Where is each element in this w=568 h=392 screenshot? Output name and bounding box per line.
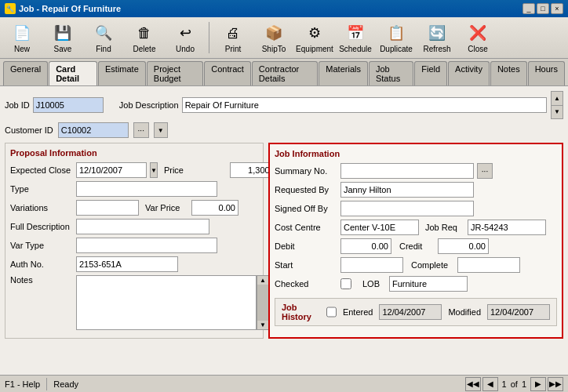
start-input[interactable] xyxy=(340,257,403,273)
customer-lookup-button[interactable]: ··· xyxy=(133,122,149,138)
desc-scroll-down[interactable]: ▼ xyxy=(552,106,563,119)
entered-checkbox[interactable] xyxy=(326,307,337,318)
auth-no-label: Auth No. xyxy=(10,260,73,269)
save-button[interactable]: 💾 Save xyxy=(44,20,82,56)
equipment-button[interactable]: ⚙ Equipment xyxy=(296,20,333,56)
type-input[interactable] xyxy=(76,181,217,197)
shipto-icon: 📦 xyxy=(263,22,285,44)
notes-scroll-up[interactable]: ▲ xyxy=(257,276,268,285)
status-bar: F1 - Help Ready ◀◀ ◀ 1 of 1 ▶ ▶▶ xyxy=(0,375,568,392)
signed-off-by-input[interactable] xyxy=(340,201,474,216)
duplicate-icon: 📋 xyxy=(385,22,407,44)
nav-next-button[interactable]: ▶ xyxy=(530,377,546,391)
refresh-icon: 🔄 xyxy=(426,22,448,44)
close-window-button[interactable]: × xyxy=(551,3,563,14)
nav-prev-button[interactable]: ◀ xyxy=(482,377,498,391)
expected-close-input[interactable] xyxy=(76,162,147,178)
var-price-label: Var Price xyxy=(145,203,188,212)
full-description-input[interactable] xyxy=(76,219,209,234)
close-icon: ❌ xyxy=(467,22,489,44)
tab-job-status[interactable]: Job Status xyxy=(369,61,413,85)
new-label: New xyxy=(14,45,30,53)
cost-centre-input[interactable] xyxy=(340,220,419,235)
close-button[interactable]: ❌ Close xyxy=(459,20,497,56)
notes-label: Notes xyxy=(10,275,73,285)
var-price-input[interactable] xyxy=(191,200,238,216)
panels: Proposal Information Expected Close ▼ Pr… xyxy=(5,143,563,339)
tab-project-budget[interactable]: Project Budget xyxy=(147,61,203,85)
page-number: 1 xyxy=(502,379,507,389)
find-label: Find xyxy=(96,45,111,53)
shipto-button[interactable]: 📦 ShipTo xyxy=(255,20,293,56)
modified-label: Modified xyxy=(448,307,481,317)
tab-estimate[interactable]: Estimate xyxy=(98,61,146,85)
entered-label: Entered xyxy=(343,307,373,317)
job-info-title: Job Information xyxy=(275,149,557,158)
page-total: 1 xyxy=(522,379,526,389)
refresh-label: Refresh xyxy=(423,45,450,53)
proposal-title: Proposal Information xyxy=(10,148,258,158)
variations-input[interactable] xyxy=(76,200,139,216)
tab-contractor-details[interactable]: Contractor Details xyxy=(252,61,318,85)
nav-first-button[interactable]: ◀◀ xyxy=(465,377,481,391)
undo-icon: ↩ xyxy=(174,22,196,44)
checked-checkbox[interactable] xyxy=(340,278,351,289)
job-req-input[interactable] xyxy=(468,220,546,235)
job-id-input[interactable] xyxy=(33,97,104,113)
customer-id-label: Customer ID xyxy=(5,125,53,135)
checked-label: Checked xyxy=(275,279,337,289)
delete-button[interactable]: 🗑 Delete xyxy=(126,20,163,56)
tab-contract[interactable]: Contract xyxy=(204,61,251,85)
tab-notes[interactable]: Notes xyxy=(490,61,527,85)
equipment-label: Equipment xyxy=(296,45,333,53)
job-history-section: Job History Entered Modified xyxy=(275,298,557,326)
summary-lookup-button[interactable]: ··· xyxy=(477,163,493,179)
variations-row: Variations Var Price xyxy=(10,200,258,216)
tab-activity[interactable]: Activity xyxy=(448,61,490,85)
duplicate-button[interactable]: 📋 Duplicate xyxy=(377,20,415,56)
summary-no-input[interactable] xyxy=(340,163,474,179)
tab-general[interactable]: General xyxy=(3,61,48,85)
notes-scroll-down[interactable]: ▼ xyxy=(257,321,268,329)
close-label: Close xyxy=(468,45,488,53)
nav-last-button[interactable]: ▶▶ xyxy=(548,377,563,391)
find-button[interactable]: 🔍 Find xyxy=(85,20,122,56)
var-type-input[interactable] xyxy=(76,238,217,253)
debit-row: Debit Credit xyxy=(275,238,557,254)
delete-label: Delete xyxy=(133,45,156,53)
tab-card-detail[interactable]: Card Detail xyxy=(49,61,97,85)
complete-input[interactable] xyxy=(457,257,520,273)
lob-input[interactable] xyxy=(389,276,468,292)
print-button[interactable]: 🖨 Print xyxy=(214,20,252,56)
job-id-group: Job ID xyxy=(5,97,104,113)
notes-textarea[interactable] xyxy=(76,275,257,330)
full-description-label: Full Description xyxy=(10,222,73,231)
auth-no-input[interactable] xyxy=(76,256,178,272)
expected-close-dropdown[interactable]: ▼ xyxy=(150,162,158,178)
job-description-group: Job Description ▲ ▼ xyxy=(111,91,563,119)
checked-row: Checked LOB xyxy=(275,276,557,292)
price-label: Price xyxy=(164,165,227,175)
minimize-button[interactable]: _ xyxy=(522,3,535,14)
debit-input[interactable] xyxy=(340,238,391,254)
schedule-button[interactable]: 📅 Schedule xyxy=(337,20,374,56)
maximize-button[interactable]: □ xyxy=(537,3,549,14)
tab-field[interactable]: Field xyxy=(414,61,447,85)
job-description-input[interactable] xyxy=(182,97,547,113)
tab-hours[interactable]: Hours xyxy=(528,61,565,85)
app-icon: 🔧 xyxy=(5,3,16,14)
tab-materials[interactable]: Materials xyxy=(319,61,368,85)
credit-input[interactable] xyxy=(438,238,489,254)
customer-id-input[interactable] xyxy=(58,122,129,138)
complete-label: Complete xyxy=(411,260,454,270)
customer-dropdown-button[interactable]: ▼ xyxy=(154,122,168,138)
requested-by-input[interactable] xyxy=(340,182,474,198)
save-icon: 💾 xyxy=(52,22,74,44)
refresh-button[interactable]: 🔄 Refresh xyxy=(418,20,456,56)
delete-icon: 🗑 xyxy=(133,22,155,44)
job-description-label: Job Description xyxy=(119,100,179,110)
desc-scroll-up[interactable]: ▲ xyxy=(552,92,563,106)
var-type-row: Var Type xyxy=(10,238,258,253)
new-button[interactable]: 📄 New xyxy=(3,20,41,56)
undo-button[interactable]: ↩ Undo xyxy=(166,20,204,56)
